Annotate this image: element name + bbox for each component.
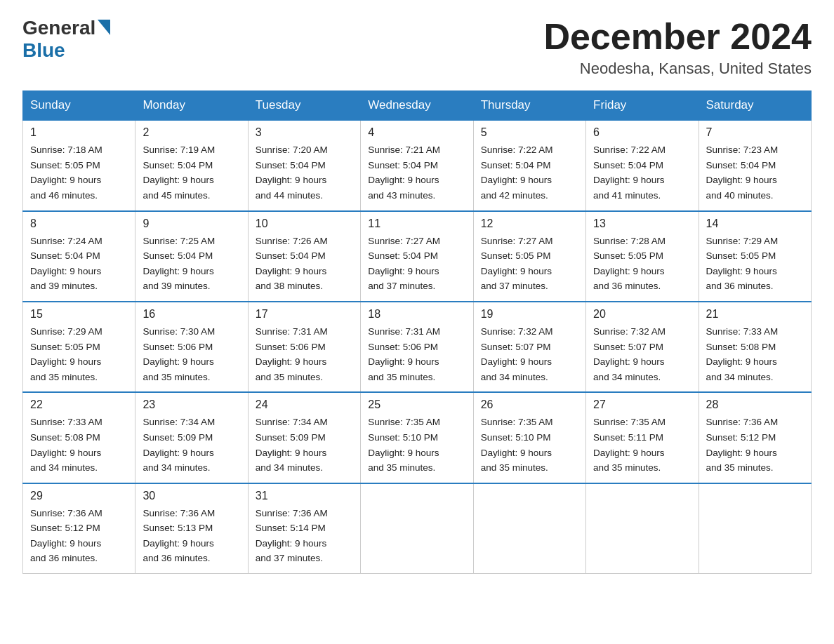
calendar-week-row: 8 Sunrise: 7:24 AM Sunset: 5:04 PM Dayli… [23, 211, 812, 302]
day-number: 15 [30, 308, 128, 321]
day-info: Sunrise: 7:25 AM Sunset: 5:04 PM Dayligh… [143, 234, 240, 294]
day-info: Sunrise: 7:20 AM Sunset: 5:04 PM Dayligh… [256, 142, 353, 203]
day-number: 14 [706, 217, 804, 230]
day-info: Sunrise: 7:35 AM Sunset: 5:10 PM Dayligh… [481, 415, 578, 475]
day-info: Sunrise: 7:22 AM Sunset: 5:04 PM Dayligh… [481, 142, 578, 203]
day-number: 18 [368, 308, 465, 321]
calendar-cell: 1 Sunrise: 7:18 AM Sunset: 5:05 PM Dayli… [23, 120, 135, 210]
calendar-cell: 18 Sunrise: 7:31 AM Sunset: 5:06 PM Dayl… [361, 302, 473, 392]
calendar-cell [586, 483, 699, 574]
location-title: Neodesha, Kansas, United States [543, 60, 812, 78]
day-info: Sunrise: 7:29 AM Sunset: 5:05 PM Dayligh… [30, 324, 128, 384]
calendar-cell: 4 Sunrise: 7:21 AM Sunset: 5:04 PM Dayli… [361, 120, 473, 210]
calendar-week-row: 29 Sunrise: 7:36 AM Sunset: 5:12 PM Dayl… [23, 483, 812, 574]
day-number: 26 [481, 398, 578, 411]
day-info: Sunrise: 7:26 AM Sunset: 5:04 PM Dayligh… [256, 234, 353, 294]
day-info: Sunrise: 7:30 AM Sunset: 5:06 PM Dayligh… [143, 324, 240, 384]
day-info: Sunrise: 7:33 AM Sunset: 5:08 PM Dayligh… [30, 415, 128, 475]
day-info: Sunrise: 7:34 AM Sunset: 5:09 PM Dayligh… [143, 415, 240, 475]
day-number: 19 [481, 308, 578, 321]
day-number: 5 [481, 126, 578, 139]
day-number: 10 [256, 217, 353, 230]
calendar-cell: 22 Sunrise: 7:33 AM Sunset: 5:08 PM Dayl… [23, 392, 135, 483]
calendar-table: SundayMondayTuesdayWednesdayThursdayFrid… [22, 90, 812, 574]
day-number: 7 [706, 126, 804, 139]
day-number: 23 [143, 398, 240, 411]
svg-marker-0 [98, 20, 110, 35]
calendar-header-sunday: Sunday [23, 91, 135, 121]
calendar-cell: 30 Sunrise: 7:36 AM Sunset: 5:13 PM Dayl… [135, 483, 248, 574]
calendar-cell: 14 Sunrise: 7:29 AM Sunset: 5:05 PM Dayl… [699, 211, 811, 302]
day-number: 25 [368, 398, 465, 411]
calendar-header-thursday: Thursday [473, 91, 585, 121]
calendar-header-saturday: Saturday [699, 91, 811, 121]
calendar-week-row: 22 Sunrise: 7:33 AM Sunset: 5:08 PM Dayl… [23, 392, 812, 483]
calendar-cell: 27 Sunrise: 7:35 AM Sunset: 5:11 PM Dayl… [586, 392, 699, 483]
calendar-cell: 8 Sunrise: 7:24 AM Sunset: 5:04 PM Dayli… [23, 211, 135, 302]
calendar-cell: 15 Sunrise: 7:29 AM Sunset: 5:05 PM Dayl… [23, 302, 135, 392]
day-info: Sunrise: 7:24 AM Sunset: 5:04 PM Dayligh… [30, 234, 128, 294]
day-info: Sunrise: 7:31 AM Sunset: 5:06 PM Dayligh… [256, 324, 353, 384]
calendar-cell: 10 Sunrise: 7:26 AM Sunset: 5:04 PM Dayl… [248, 211, 360, 302]
month-title: December 2024 [543, 17, 812, 57]
day-number: 24 [256, 398, 353, 411]
calendar-cell [473, 483, 585, 574]
day-number: 4 [368, 126, 465, 139]
day-info: Sunrise: 7:28 AM Sunset: 5:05 PM Dayligh… [593, 234, 691, 294]
day-number: 9 [143, 217, 240, 230]
logo-general-text: General [22, 17, 95, 39]
calendar-cell: 20 Sunrise: 7:32 AM Sunset: 5:07 PM Dayl… [586, 302, 699, 392]
day-info: Sunrise: 7:35 AM Sunset: 5:11 PM Dayligh… [593, 415, 691, 475]
calendar-cell: 13 Sunrise: 7:28 AM Sunset: 5:05 PM Dayl… [586, 211, 699, 302]
calendar-cell: 16 Sunrise: 7:30 AM Sunset: 5:06 PM Dayl… [135, 302, 248, 392]
calendar-header-tuesday: Tuesday [248, 91, 360, 121]
calendar-cell: 11 Sunrise: 7:27 AM Sunset: 5:04 PM Dayl… [361, 211, 473, 302]
day-info: Sunrise: 7:27 AM Sunset: 5:04 PM Dayligh… [368, 234, 465, 294]
calendar-header-wednesday: Wednesday [361, 91, 473, 121]
calendar-cell: 26 Sunrise: 7:35 AM Sunset: 5:10 PM Dayl… [473, 392, 585, 483]
calendar-header-friday: Friday [586, 91, 699, 121]
day-info: Sunrise: 7:31 AM Sunset: 5:06 PM Dayligh… [368, 324, 465, 384]
calendar-cell: 9 Sunrise: 7:25 AM Sunset: 5:04 PM Dayli… [135, 211, 248, 302]
calendar-header-row: SundayMondayTuesdayWednesdayThursdayFrid… [23, 91, 812, 121]
calendar-week-row: 1 Sunrise: 7:18 AM Sunset: 5:05 PM Dayli… [23, 120, 812, 210]
calendar-cell: 28 Sunrise: 7:36 AM Sunset: 5:12 PM Dayl… [699, 392, 811, 483]
day-info: Sunrise: 7:36 AM Sunset: 5:12 PM Dayligh… [30, 506, 128, 566]
day-info: Sunrise: 7:36 AM Sunset: 5:12 PM Dayligh… [706, 415, 804, 475]
day-number: 1 [30, 126, 128, 139]
calendar-cell: 3 Sunrise: 7:20 AM Sunset: 5:04 PM Dayli… [248, 120, 360, 210]
day-number: 3 [256, 126, 353, 139]
calendar-header-monday: Monday [135, 91, 248, 121]
day-number: 11 [368, 217, 465, 230]
day-number: 6 [593, 126, 691, 139]
calendar-cell: 7 Sunrise: 7:23 AM Sunset: 5:04 PM Dayli… [699, 120, 811, 210]
day-info: Sunrise: 7:29 AM Sunset: 5:05 PM Dayligh… [706, 234, 804, 294]
day-number: 20 [593, 308, 691, 321]
day-info: Sunrise: 7:36 AM Sunset: 5:13 PM Dayligh… [143, 506, 240, 566]
day-info: Sunrise: 7:21 AM Sunset: 5:04 PM Dayligh… [368, 142, 465, 203]
calendar-cell: 31 Sunrise: 7:36 AM Sunset: 5:14 PM Dayl… [248, 483, 360, 574]
day-number: 27 [593, 398, 691, 411]
day-number: 22 [30, 398, 128, 411]
logo: General Blue [22, 17, 110, 62]
calendar-cell: 21 Sunrise: 7:33 AM Sunset: 5:08 PM Dayl… [699, 302, 811, 392]
logo-triangle-icon [98, 20, 110, 38]
day-info: Sunrise: 7:36 AM Sunset: 5:14 PM Dayligh… [256, 506, 353, 566]
day-number: 29 [30, 490, 128, 502]
day-info: Sunrise: 7:23 AM Sunset: 5:04 PM Dayligh… [706, 142, 804, 203]
day-number: 16 [143, 308, 240, 321]
day-number: 13 [593, 217, 691, 230]
day-info: Sunrise: 7:19 AM Sunset: 5:04 PM Dayligh… [143, 142, 240, 203]
day-number: 30 [143, 490, 240, 502]
calendar-cell: 23 Sunrise: 7:34 AM Sunset: 5:09 PM Dayl… [135, 392, 248, 483]
calendar-cell: 2 Sunrise: 7:19 AM Sunset: 5:04 PM Dayli… [135, 120, 248, 210]
day-info: Sunrise: 7:22 AM Sunset: 5:04 PM Dayligh… [593, 142, 691, 203]
day-info: Sunrise: 7:32 AM Sunset: 5:07 PM Dayligh… [481, 324, 578, 384]
day-number: 28 [706, 398, 804, 411]
day-number: 31 [256, 490, 353, 502]
day-number: 17 [256, 308, 353, 321]
logo-blue-text: Blue [22, 39, 65, 62]
calendar-cell: 25 Sunrise: 7:35 AM Sunset: 5:10 PM Dayl… [361, 392, 473, 483]
calendar-cell [361, 483, 473, 574]
day-info: Sunrise: 7:35 AM Sunset: 5:10 PM Dayligh… [368, 415, 465, 475]
